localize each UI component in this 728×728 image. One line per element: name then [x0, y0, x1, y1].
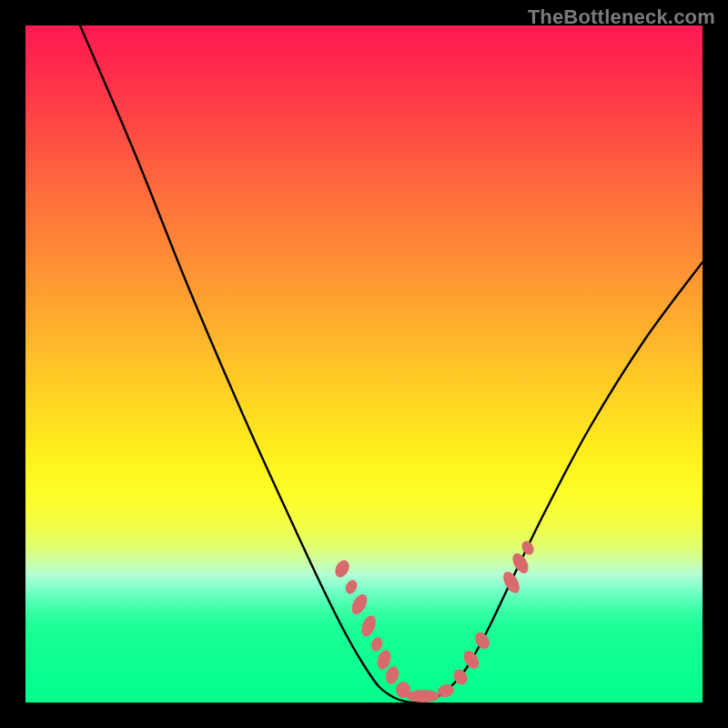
chart-frame: TheBottleneck.com: [0, 0, 728, 728]
bottleneck-curve: [80, 25, 703, 703]
curve-marker: [369, 635, 385, 652]
curve-marker: [384, 665, 400, 686]
curve-marker: [407, 690, 440, 703]
chart-plot-area: [25, 25, 703, 703]
curve-marker: [349, 592, 370, 617]
curve-marker: [460, 648, 482, 672]
chart-svg: [25, 25, 703, 703]
watermark-text: TheBottleneck.com: [528, 5, 715, 29]
curve-marker: [472, 630, 492, 652]
curve-marker: [500, 569, 522, 596]
curve-marker: [359, 613, 379, 638]
curve-marker: [343, 578, 359, 596]
curve-markers: [332, 539, 536, 703]
curve-marker: [332, 558, 352, 580]
curve-marker: [520, 539, 536, 557]
